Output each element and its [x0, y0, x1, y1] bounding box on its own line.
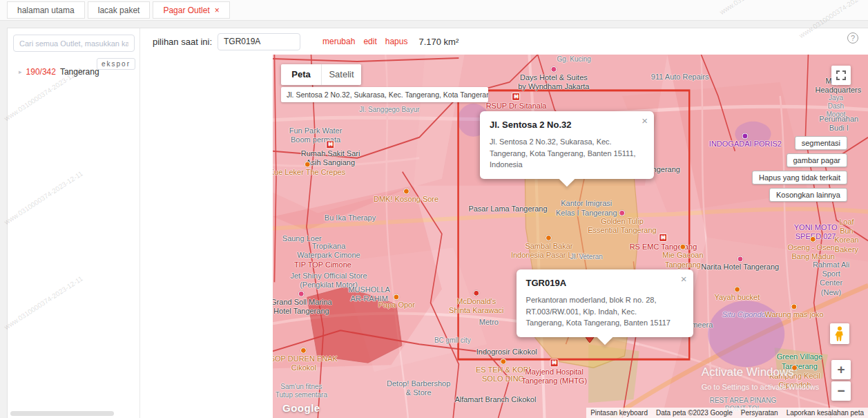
tab-label: halaman utama — [17, 6, 75, 15]
tab-halaman-utama[interactable]: halaman utama — [7, 1, 85, 19]
main-panel: ekspor ▸ 190/342 Tangerang pilihan saat … — [7, 28, 868, 418]
caret-right-icon[interactable]: ▸ — [19, 68, 22, 75]
selection-toolbar: pilihan saat ini: merubah edit hapus 7.1… — [140, 28, 868, 55]
info-window-outlet: TGR019A Perkantoran moderland, blok R no… — [517, 269, 693, 337]
map-markers-layer — [273, 55, 868, 418]
export-button[interactable]: ekspor — [97, 58, 135, 70]
edit-link[interactable]: edit — [363, 37, 376, 46]
tab-lacak-paket[interactable]: lacak paket — [88, 1, 151, 19]
tab-pagar-outlet[interactable]: Pagar Outlet × — [153, 1, 229, 19]
outlet-sidebar: ekspor ▸ 190/342 Tangerang — [8, 28, 140, 418]
tree-item-name: Tangerang — [60, 67, 99, 77]
help-icon[interactable]: ? — [847, 32, 858, 44]
area-value: 7.170 km² — [418, 37, 459, 47]
info-window-title: TGR019A — [526, 278, 684, 288]
close-tab-icon[interactable]: × — [215, 6, 220, 15]
tab-label: lacak paket — [98, 6, 140, 15]
info-window-body: Jl. Sentosa 2 No.32, Sukarasa, Kec. Tang… — [490, 136, 640, 171]
tab-bar: halaman utama lacak paket Pagar Outlet × — [0, 0, 868, 21]
content-area: pilihan saat ini: merubah edit hapus 7.1… — [140, 28, 868, 418]
map-canvas[interactable]: Gg. KucingDays Hotel & Suites by Wyndham… — [273, 55, 868, 418]
delete-link[interactable]: hapus — [385, 37, 408, 46]
selection-label: pilihan saat ini: — [153, 37, 212, 47]
tab-label: Pagar Outlet — [163, 6, 209, 15]
close-icon[interactable]: × — [642, 115, 648, 126]
info-window-title: Jl. Sentosa 2 No.32 — [490, 120, 644, 130]
sidebar-tree-item-tangerang[interactable]: ▸ 190/342 Tangerang — [19, 67, 99, 77]
outlet-search-input[interactable] — [13, 35, 135, 52]
change-link[interactable]: merubah — [322, 37, 355, 46]
tree-item-count: 190/342 — [26, 67, 56, 77]
info-window-body: Perkantoran moderland, blok R no. 28, RT… — [526, 294, 677, 329]
horizontal-scrollbar[interactable] — [10, 411, 114, 416]
close-icon[interactable]: × — [681, 274, 687, 284]
selection-value-input[interactable] — [218, 33, 300, 50]
info-window-address: Jl. Sentosa 2 No.32 Jl. Sentosa 2 No.32,… — [480, 111, 654, 179]
